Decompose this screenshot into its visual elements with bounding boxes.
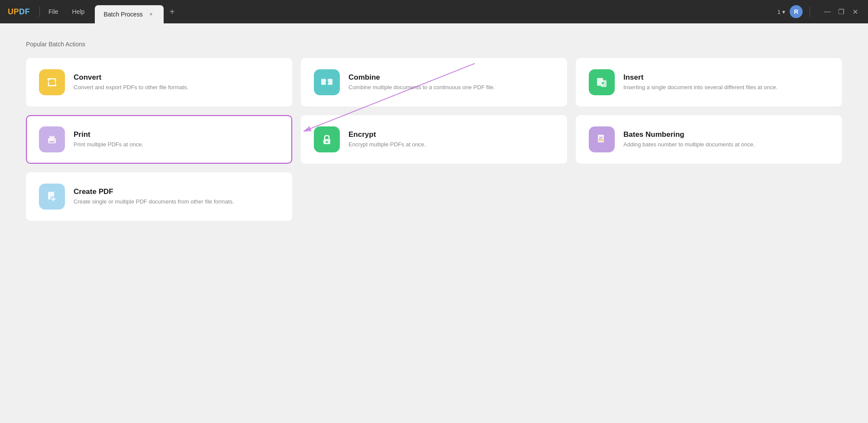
minimize-button[interactable]: — [821, 6, 833, 18]
menu-file[interactable]: File [42, 6, 65, 18]
separator-2 [810, 6, 810, 17]
insert-icon [589, 69, 615, 95]
print-title: Print [74, 130, 279, 139]
svg-rect-5 [49, 136, 55, 139]
window-controls: — ❐ ✕ [821, 6, 861, 18]
bates-text: Bates Numbering Adding bates number to m… [623, 130, 829, 149]
card-print[interactable]: Print Print multiple PDFs at once. [26, 115, 292, 164]
convert-text: Convert Convert and export PDFs to other… [74, 73, 279, 92]
close-button[interactable]: ✕ [849, 6, 861, 18]
create-pdf-text: Create PDF Create single or multiple PDF… [74, 187, 279, 206]
page-nav-chevron: ▾ [782, 9, 785, 15]
titlebar: UPDF File Help Batch Process × + 1 ▾ R —… [0, 0, 868, 23]
combine-desc: Combine multiple documents to a continuo… [348, 84, 554, 92]
card-insert[interactable]: Insert Inserting a single document into … [576, 58, 842, 107]
svg-rect-3 [601, 80, 607, 87]
tab-label: Batch Process [103, 11, 142, 18]
print-icon [39, 126, 65, 152]
batch-actions-grid: Convert Convert and export PDFs to other… [26, 58, 842, 221]
create-pdf-icon [39, 184, 65, 210]
convert-icon [39, 69, 65, 95]
tab-bar: Batch Process × + [95, 0, 178, 23]
svg-rect-0 [321, 79, 326, 85]
page-number: 1 [778, 9, 781, 15]
convert-desc: Convert and export PDFs to other file fo… [74, 84, 279, 92]
card-create-pdf[interactable]: Create PDF Create single or multiple PDF… [26, 172, 292, 221]
bates-desc: Adding bates number to multiple document… [623, 141, 829, 149]
create-pdf-desc: Create single or multiple PDF documents … [74, 198, 279, 206]
logo-up: UP [8, 7, 19, 16]
svg-text:012: 012 [599, 139, 604, 142]
bates-title: Bates Numbering [623, 130, 829, 139]
app-logo: UPDF [0, 7, 38, 16]
encrypt-desc: Encrypt multiple PDFs at once. [348, 141, 554, 149]
combine-title: Combine [348, 73, 554, 82]
logo-df: DF [19, 7, 30, 16]
insert-desc: Inserting a single document into several… [623, 84, 829, 92]
section-title: Popular Batch Actions [26, 41, 842, 48]
svg-rect-6 [49, 141, 55, 142]
main-content: Popular Batch Actions Convert Convert an… [0, 23, 868, 423]
titlebar-right: 1 ▾ R — ❐ ✕ [778, 5, 868, 18]
encrypt-icon [314, 126, 340, 152]
menu-bar: File Help [42, 6, 91, 18]
convert-title: Convert [74, 73, 279, 82]
tab-batch-process[interactable]: Batch Process × [95, 5, 163, 23]
svg-rect-1 [328, 79, 332, 85]
card-convert[interactable]: Convert Convert and export PDFs to other… [26, 58, 292, 107]
create-pdf-title: Create PDF [74, 187, 279, 196]
bates-icon: 012 [589, 126, 615, 152]
svg-rect-9 [326, 141, 328, 143]
page-nav[interactable]: 1 ▾ [778, 9, 785, 15]
menu-help[interactable]: Help [65, 6, 92, 18]
combine-icon [314, 69, 340, 95]
tab-add-button[interactable]: + [166, 6, 178, 18]
insert-title: Insert [623, 73, 829, 82]
maximize-button[interactable]: ❐ [835, 6, 847, 18]
encrypt-title: Encrypt [348, 130, 554, 139]
combine-text: Combine Combine multiple documents to a … [348, 73, 554, 92]
card-combine[interactable]: Combine Combine multiple documents to a … [301, 58, 567, 107]
encrypt-text: Encrypt Encrypt multiple PDFs at once. [348, 130, 554, 149]
tab-close-button[interactable]: × [147, 10, 155, 18]
separator-1 [39, 6, 40, 17]
user-avatar[interactable]: R [790, 5, 803, 18]
print-text: Print Print multiple PDFs at once. [74, 130, 279, 149]
print-desc: Print multiple PDFs at once. [74, 141, 279, 149]
card-bates-numbering[interactable]: 012 Bates Numbering Adding bates number … [576, 115, 842, 164]
svg-point-7 [54, 139, 55, 140]
card-encrypt[interactable]: Encrypt Encrypt multiple PDFs at once. [301, 115, 567, 164]
insert-text: Insert Inserting a single document into … [623, 73, 829, 92]
